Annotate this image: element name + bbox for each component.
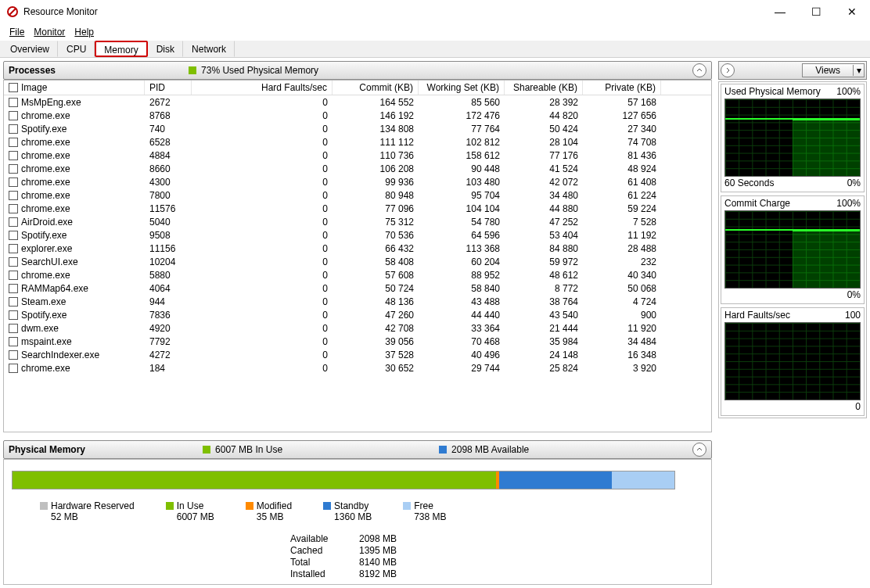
row-checkbox[interactable] [9,324,18,333]
row-checkbox[interactable] [9,138,18,147]
table-row[interactable]: SearchIndexer.exe4272037 52840 49624 148… [4,348,711,361]
row-checkbox[interactable] [9,164,18,174]
table-row[interactable]: MsMpEng.exe26720164 55285 56028 39257 16… [4,95,711,109]
maximize-button[interactable]: ☐ [798,0,834,23]
proc-commit: 77 096 [333,202,419,216]
row-checkbox[interactable] [9,111,18,120]
physmem-header[interactable]: Physical Memory 6007 MB In Use 2098 MB A… [3,440,712,459]
proc-hf: 0 [192,308,333,322]
row-checkbox[interactable] [9,231,18,240]
menu-monitor[interactable]: Monitor [29,25,70,39]
graph-block: Used Physical Memory100%60 Seconds0% [721,84,865,192]
menu-help[interactable]: Help [70,25,99,39]
views-dropdown-icon[interactable]: ▾ [853,65,864,76]
row-checkbox[interactable] [9,191,18,200]
physmem-collapse-icon[interactable] [692,443,706,457]
table-row[interactable]: chrome.exe86600106 20890 44841 52448 924 [4,162,711,175]
proc-ws: 64 596 [419,228,505,242]
table-row[interactable]: chrome.exe65280111 112102 81228 10474 70… [4,135,711,149]
proc-sh: 47 252 [505,215,583,229]
proc-commit: 37 528 [333,348,419,362]
graph-block: Commit Charge100%0% [721,195,865,304]
menu-file[interactable]: File [5,25,29,39]
minimize-button[interactable]: — [762,0,798,23]
stat-label: Total [290,557,353,568]
table-row[interactable]: mspaint.exe7792039 05670 46835 98434 484 [4,335,711,348]
proc-commit: 134 808 [333,122,419,136]
select-all-checkbox[interactable] [9,83,18,92]
close-button[interactable]: ✕ [834,0,870,23]
tab-cpu[interactable]: CPU [58,41,95,57]
proc-sh: 8 772 [505,281,583,296]
proc-image: Steam.exe [21,296,66,307]
row-checkbox[interactable] [9,284,18,293]
proc-commit: 80 948 [333,188,419,203]
proc-pv: 61 408 [583,175,661,189]
row-checkbox[interactable] [9,271,18,280]
table-row[interactable]: chrome.exe48840110 736158 61277 17681 43… [4,149,711,162]
row-checkbox[interactable] [9,257,18,267]
proc-commit: 111 112 [333,135,419,149]
table-row[interactable]: Spotify.exe7836047 26044 44043 540900 [4,308,711,321]
proc-commit: 66 432 [333,242,419,256]
legend-value: 1360 MB [323,511,372,522]
processes-body[interactable]: MsMpEng.exe26720164 55285 56028 39257 16… [4,95,711,432]
proc-pid: 11576 [145,202,192,216]
table-row[interactable]: chrome.exe7800080 94895 70434 48061 224 [4,188,711,202]
table-row[interactable]: dwm.exe4920042 70833 36421 44411 920 [4,321,711,335]
views-button[interactable]: Views ▾ [802,63,865,77]
table-row[interactable]: AirDroid.exe5040075 31254 78047 2527 528 [4,215,711,228]
col-private[interactable]: Private (KB) [583,81,661,95]
stat-value: 8192 MB [359,568,430,579]
row-checkbox[interactable] [9,124,18,134]
table-row[interactable]: chrome.exe11576077 096104 10444 88059 22… [4,202,711,215]
proc-image: SearchUI.exe [21,256,78,267]
col-workingset[interactable]: Working Set (KB) [419,81,505,95]
col-shareable[interactable]: Shareable (KB) [505,81,583,95]
right-collapse-icon[interactable] [721,63,735,77]
proc-pid: 4064 [145,281,192,296]
table-row[interactable]: chrome.exe184030 65229 74425 8243 920 [4,361,711,375]
views-bar: Views ▾ [718,61,867,80]
col-commit[interactable]: Commit (KB) [333,81,419,95]
table-row[interactable]: RAMMap64.exe4064050 72458 8408 77250 068 [4,281,711,295]
proc-pv: 50 068 [583,281,661,296]
proc-pid: 4272 [145,348,192,362]
col-hardfaults[interactable]: Hard Faults/sec [192,81,333,95]
row-checkbox[interactable] [9,244,18,253]
tab-disk[interactable]: Disk [148,41,183,57]
row-checkbox[interactable] [9,310,18,320]
proc-pv: 900 [583,308,661,322]
row-checkbox[interactable] [9,177,18,187]
tab-memory[interactable]: Memory [95,41,147,57]
table-row[interactable]: Spotify.exe7400134 80877 76450 42427 340 [4,122,711,135]
proc-ws: 102 812 [419,135,505,149]
proc-pv: 28 488 [583,242,661,256]
processes-collapse-icon[interactable] [692,63,706,77]
col-pid[interactable]: PID [145,81,192,95]
physmem-seg-inuse [13,471,496,489]
tab-overview[interactable]: Overview [2,41,58,57]
stat-label: Installed [290,568,353,579]
proc-pid: 6528 [145,135,192,149]
table-row[interactable]: Steam.exe944048 13643 48838 7644 724 [4,295,711,308]
processes-header[interactable]: Processes 73% Used Physical Memory [3,61,712,80]
table-row[interactable]: explorer.exe11156066 432113 36884 88028 … [4,242,711,255]
row-checkbox[interactable] [9,350,18,360]
table-row[interactable]: chrome.exe5880057 60888 95248 61240 340 [4,268,711,281]
tab-network[interactable]: Network [183,41,235,57]
row-checkbox[interactable] [9,364,18,373]
row-checkbox[interactable] [9,217,18,227]
proc-sh: 25 824 [505,361,583,375]
row-checkbox[interactable] [9,337,18,346]
col-image[interactable]: Image [4,81,145,95]
table-row[interactable]: chrome.exe87680146 192172 47644 820127 6… [4,109,711,122]
row-checkbox[interactable] [9,204,18,213]
table-row[interactable]: chrome.exe4300099 936103 48042 07261 408 [4,175,711,188]
row-checkbox[interactable] [9,98,18,107]
table-row[interactable]: Spotify.exe9508070 53664 59653 40411 192 [4,228,711,242]
row-checkbox[interactable] [9,151,18,160]
table-row[interactable]: SearchUI.exe10204058 40860 20459 972232 [4,255,711,268]
row-checkbox[interactable] [9,297,18,307]
proc-commit: 39 056 [333,335,419,349]
